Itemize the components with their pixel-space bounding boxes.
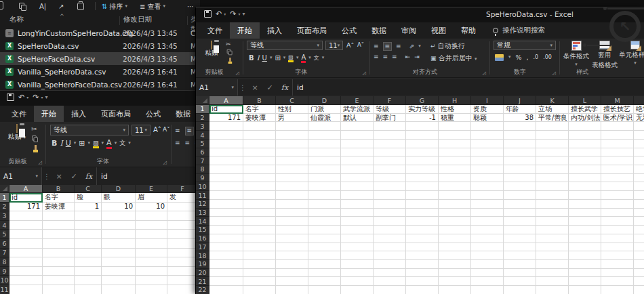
row-header-1[interactable]: 1: [0, 193, 9, 203]
cell-D12[interactable]: [308, 200, 341, 209]
tab-公式[interactable]: 公式: [138, 106, 168, 122]
cell-G6[interactable]: [406, 148, 439, 157]
cell-A7[interactable]: [9, 249, 43, 258]
name-box[interactable]: A1▾: [0, 167, 42, 185]
tab-插入[interactable]: 插入: [260, 22, 289, 39]
cell-L8[interactable]: [569, 165, 601, 174]
cell-C2[interactable]: 男: [276, 114, 308, 123]
cell-B1[interactable]: 名字: [243, 105, 276, 114]
cell-J11[interactable]: [504, 191, 536, 200]
cell-A10[interactable]: [209, 182, 243, 191]
align-bottom-icon[interactable]: ≡: [396, 43, 401, 49]
cell-J4[interactable]: [504, 131, 536, 140]
row-header-20[interactable]: 20: [196, 269, 209, 278]
phonetic-icon[interactable]: 文: [119, 139, 125, 148]
cell-E1[interactable]: 眉: [136, 193, 167, 203]
align-center-icon[interactable]: ≡: [383, 54, 388, 60]
cell-J13[interactable]: [504, 209, 536, 217]
more-button[interactable]: ⋯: [187, 1, 194, 12]
cell-F3[interactable]: [167, 211, 195, 221]
font-color-menu-icon[interactable]: ▾: [308, 56, 311, 60]
select-all-corner[interactable]: [0, 185, 9, 193]
cell-J9[interactable]: [504, 174, 536, 183]
cell-F5[interactable]: [374, 140, 406, 148]
cell-D22[interactable]: [308, 286, 341, 294]
phonetic-menu-icon[interactable]: ▾: [128, 141, 131, 146]
cell-A16[interactable]: [209, 234, 243, 243]
cell-I14[interactable]: [471, 217, 504, 226]
cell-M14[interactable]: [601, 217, 634, 226]
cell-D3[interactable]: [308, 122, 341, 131]
row-header-6[interactable]: 6: [0, 239, 9, 249]
file-row[interactable]: XVanilla_SpeHeroFaceData.csv2026/4/3 16:…: [0, 78, 200, 90]
cell-F9[interactable]: [167, 267, 195, 276]
cell-F8[interactable]: [374, 165, 406, 174]
cell-M16[interactable]: [601, 234, 634, 243]
cell-D6[interactable]: [102, 239, 136, 249]
tell-me-search[interactable]: 操作说明搜索: [493, 22, 545, 39]
cell-D11[interactable]: [308, 191, 341, 200]
paste-button[interactable]: 粘贴 ▾: [4, 125, 30, 142]
file-row[interactable]: ≡LongYinCustomSpeHeroData.cfg2026/4/3 13…: [0, 26, 200, 39]
customize-qat-icon[interactable]: ▾: [242, 11, 245, 17]
shrink-font-button[interactable]: A˅: [357, 41, 364, 48]
cancel-entry-icon[interactable]: ×: [247, 79, 262, 96]
underline-menu-icon[interactable]: ▾: [270, 56, 273, 60]
cell-A17[interactable]: [209, 243, 243, 252]
column-header-D[interactable]: D: [308, 96, 341, 105]
cell-N20[interactable]: [634, 269, 644, 278]
column-header-E[interactable]: E: [341, 96, 374, 105]
cell-D4[interactable]: [102, 221, 136, 230]
cell-K9[interactable]: [536, 174, 569, 183]
align-center-icon[interactable]: ≡: [185, 140, 190, 146]
cell-M3[interactable]: [601, 122, 634, 131]
cell-C11[interactable]: [75, 285, 102, 294]
cell-B16[interactable]: [243, 234, 276, 243]
column-header-B[interactable]: B: [43, 185, 75, 193]
grow-font-button[interactable]: A˄: [153, 126, 161, 133]
cell-E2[interactable]: 默认: [341, 114, 374, 123]
font-color-icon[interactable]: A: [301, 54, 306, 62]
chevron-down-icon[interactable]: ▾: [224, 12, 226, 16]
wrap-text-button[interactable]: ↵ 自动换行: [430, 41, 465, 51]
tab-数据[interactable]: 数据: [168, 106, 195, 122]
cell-N13[interactable]: [634, 209, 644, 217]
cell-E19[interactable]: [341, 260, 374, 269]
cell-B9[interactable]: [43, 267, 75, 276]
cell-E3[interactable]: [136, 211, 167, 221]
cell-I12[interactable]: [471, 200, 504, 209]
cell-F17[interactable]: [374, 243, 406, 252]
cell-N17[interactable]: [634, 243, 644, 252]
cell-B20[interactable]: [243, 269, 276, 278]
cell-A8[interactable]: [9, 257, 43, 267]
cell-C7[interactable]: [276, 156, 308, 165]
align-left-icon[interactable]: ≡: [374, 54, 379, 60]
insert-function-icon[interactable]: fx: [277, 79, 292, 96]
cell-M6[interactable]: [601, 148, 634, 157]
cell-J5[interactable]: [504, 140, 536, 148]
cell-H14[interactable]: [439, 217, 471, 226]
row-header-1[interactable]: 1: [196, 105, 209, 114]
cell-B4[interactable]: [243, 131, 276, 140]
fill-menu-icon[interactable]: ▾: [296, 56, 299, 60]
phonetic-menu-icon[interactable]: ▾: [322, 56, 325, 60]
italic-button[interactable]: I: [257, 54, 260, 62]
cell-C20[interactable]: [276, 269, 308, 278]
cell-M15[interactable]: [601, 226, 634, 234]
cell-D9[interactable]: [308, 174, 341, 183]
cell-B3[interactable]: [243, 122, 276, 131]
redo-button[interactable]: ↷: [230, 9, 236, 18]
cell-A3[interactable]: [9, 211, 43, 221]
cell-G16[interactable]: [406, 234, 439, 243]
column-header-D[interactable]: D: [102, 185, 136, 193]
cell-A13[interactable]: [209, 209, 243, 217]
sort-button[interactable]: ⇅ 排序 ▾: [102, 1, 127, 12]
copy-icon[interactable]: [32, 135, 39, 142]
cell-E20[interactable]: [341, 269, 374, 278]
cut-icon[interactable]: [0, 1, 3, 9]
row-header-21[interactable]: 21: [196, 277, 209, 286]
cell-A2[interactable]: 171: [9, 203, 43, 212]
cell-H7[interactable]: [439, 156, 471, 165]
row-header-5[interactable]: 5: [0, 230, 9, 239]
cell-B21[interactable]: [243, 277, 276, 286]
